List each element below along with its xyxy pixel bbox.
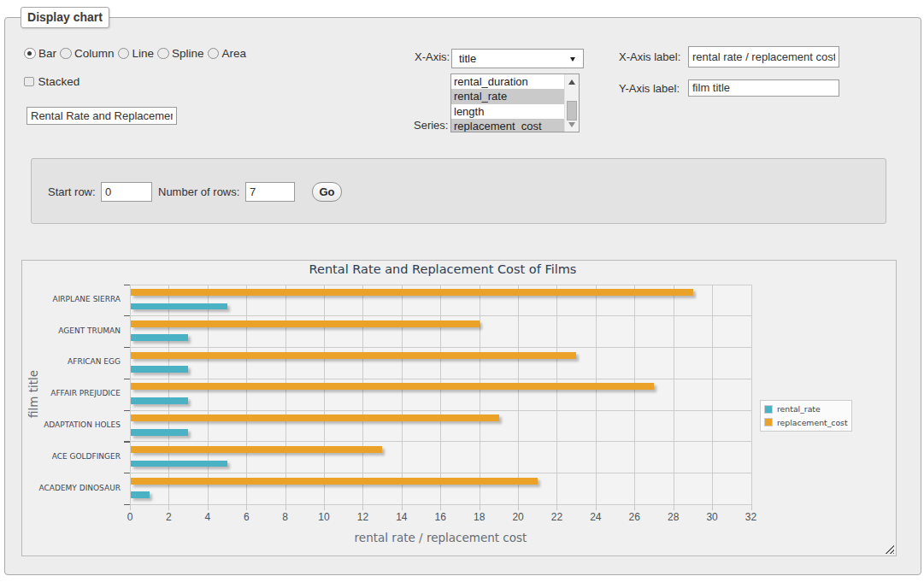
category-label: AFFAIR PREJUDICE: [22, 389, 121, 397]
x-axis-title: rental rate / replacement cost: [130, 531, 751, 544]
resize-grip-icon[interactable]: [885, 544, 894, 554]
x-axis-label: X-Axis:: [415, 50, 450, 63]
chart-title-input[interactable]: [26, 107, 177, 125]
legend-item: rental_rate: [764, 403, 848, 416]
bar-rental_rate: [131, 397, 189, 404]
gridline-vertical: [596, 285, 597, 505]
x-axis-label-input[interactable]: [688, 46, 839, 68]
bar-replacement_cost: [131, 414, 499, 421]
gridline-vertical: [208, 285, 209, 505]
stacked-label: Stacked: [38, 75, 80, 88]
gridline-vertical: [168, 285, 169, 505]
stacked-option: Stacked: [24, 75, 79, 88]
series-option-replacement_cost[interactable]: replacement_cost: [451, 119, 564, 132]
gridline-vertical: [712, 285, 713, 505]
chart-type-spline: Spline: [157, 47, 204, 60]
category-label: AIRPLANE SIERRA: [22, 295, 121, 303]
series-option-rental_duration[interactable]: rental_duration: [451, 74, 564, 89]
chart-type-options: BarColumnLineSplineArea: [24, 47, 250, 60]
scrollbar-up-button[interactable]: [565, 74, 580, 89]
legend-swatch: [764, 405, 773, 414]
x-tick-label: 10: [311, 511, 337, 523]
category-label: ACADEMY DINOSAUR: [22, 484, 121, 492]
y-axis-tick: [124, 410, 130, 411]
x-tick-label: 18: [467, 511, 492, 523]
x-tick-label: 32: [739, 511, 764, 523]
x-axis-tick: [480, 504, 480, 510]
chart-type-label: Bar: [38, 47, 56, 60]
chart-type-radio-line[interactable]: [118, 48, 130, 60]
x-axis-tick: [285, 504, 286, 510]
chart-type-bar: Bar: [24, 47, 56, 60]
go-button[interactable]: Go: [312, 182, 342, 202]
gridline-vertical: [246, 285, 247, 505]
x-tick-label: 24: [583, 511, 609, 523]
x-tick-label: 30: [699, 511, 725, 523]
chart-type-line: Line: [118, 47, 155, 60]
chart-type-radio-column[interactable]: [60, 48, 72, 60]
gridline-vertical: [402, 285, 403, 505]
fieldset-legend-title: Display chart: [21, 7, 109, 28]
chart-type-label: Line: [132, 47, 155, 60]
start-row-label: Start row:: [48, 185, 96, 198]
x-axis-tick: [168, 504, 169, 510]
x-axis-tick: [362, 504, 363, 510]
x-axis-tick: [324, 504, 325, 510]
x-axis-tick: [674, 504, 674, 510]
bar-replacement_cost: [131, 289, 693, 296]
series-option-rental_rate[interactable]: rental_rate: [451, 89, 564, 103]
y-axis-label-input[interactable]: [688, 79, 839, 97]
x-tick-label: 4: [195, 511, 221, 523]
chart-type-radio-bar[interactable]: [24, 48, 36, 60]
stacked-checkbox[interactable]: [24, 77, 34, 87]
x-axis-select[interactable]: title: [451, 49, 584, 68]
chart-type-area: Area: [208, 47, 247, 60]
x-axis-selected-value: title: [459, 52, 476, 65]
x-axis-tick: [556, 504, 557, 510]
gridline-vertical: [324, 285, 325, 505]
chart-type-column: Column: [60, 47, 115, 60]
x-axis-tick: [634, 504, 635, 510]
y-axis-tick: [124, 285, 130, 285]
gridline-horizontal: [130, 347, 751, 348]
y-axis-tick: [124, 315, 130, 316]
chart-legend: rental_ratereplacement_cost: [760, 400, 852, 432]
y-axis-tick: [124, 441, 130, 442]
x-axis-tick: [751, 504, 752, 510]
chart-type-radio-area[interactable]: [208, 48, 220, 60]
x-tick-label: 22: [544, 511, 569, 523]
bar-replacement_cost: [131, 383, 655, 390]
x-tick-label: 0: [117, 511, 143, 523]
series-label: Series:: [414, 119, 448, 132]
gridline-vertical: [518, 285, 519, 505]
x-tick-label: 12: [350, 511, 375, 523]
x-axis-label-label: X-Axis label:: [619, 50, 680, 63]
chart-container: Rental Rate and Replacement Cost of Film…: [21, 260, 897, 556]
number-of-rows-input[interactable]: [245, 182, 295, 202]
x-tick-label: 14: [389, 511, 415, 523]
bar-rental_rate: [131, 491, 150, 498]
chart-type-radio-spline[interactable]: [157, 48, 169, 60]
series-multiselect[interactable]: rental_durationrental_ratelengthreplacem…: [450, 73, 580, 132]
start-row-input[interactable]: [101, 182, 152, 202]
bar-rental_rate: [131, 429, 189, 436]
gridline-vertical: [634, 285, 635, 505]
series-option-length[interactable]: length: [451, 104, 564, 119]
gridline-horizontal: [130, 441, 751, 442]
bar-rental_rate: [131, 461, 227, 467]
y-axis-tick: [124, 504, 130, 505]
gridline-horizontal: [130, 315, 751, 316]
bar-rental_rate: [131, 303, 227, 310]
row-range-panel: Start row: Number of rows: Go: [31, 158, 886, 224]
scrollbar-down-button[interactable]: [565, 117, 580, 132]
x-tick-label: 20: [505, 511, 531, 523]
y-axis-tick: [124, 379, 130, 379]
category-label: AFRICAN EGG: [22, 357, 121, 366]
series-scrollbar[interactable]: [564, 74, 579, 132]
bar-replacement_cost: [131, 446, 383, 453]
x-tick-label: 2: [156, 511, 181, 523]
x-tick-label: 16: [427, 511, 453, 523]
y-axis-tick: [124, 473, 130, 473]
x-axis-tick: [246, 504, 247, 510]
gridline-horizontal: [130, 379, 751, 379]
